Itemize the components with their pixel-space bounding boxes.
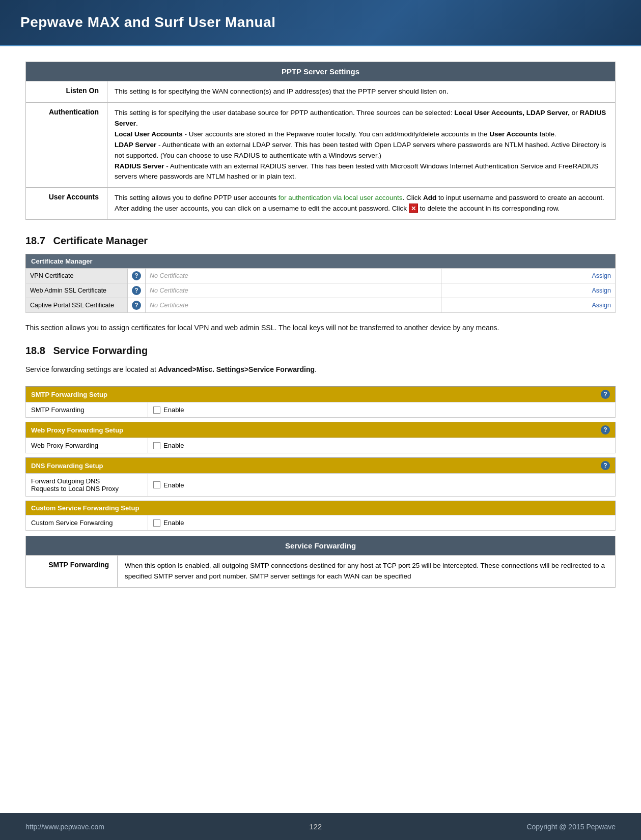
web-proxy-forwarding-table: Web Proxy Forwarding Setup ? Web Proxy F… <box>25 422 616 453</box>
captive-portal-cert-value: No Certificate <box>146 298 441 313</box>
custom-svc-fwd-label: Custom Service Forwarding <box>26 515 148 531</box>
service-fwd-table-header: Service Forwarding <box>26 536 616 556</box>
table-row: Authentication This setting is for speci… <box>26 102 616 187</box>
authentication-content: This setting is for specifying the user … <box>107 102 616 187</box>
smtp-fwd-label: SMTP Forwarding <box>26 402 148 418</box>
web-admin-cert-value: No Certificate <box>146 283 441 298</box>
smtp-fwd-header: SMTP Forwarding Setup <box>31 391 107 398</box>
section-18-8-heading: 18.8 Service Forwarding <box>25 345 616 357</box>
custom-svc-fwd-value: Enable <box>148 515 616 531</box>
dns-fwd-checkbox[interactable] <box>153 481 160 488</box>
smtp-fwd-checkbox[interactable] <box>153 407 160 414</box>
table-row: User Accounts This setting allows you to… <box>26 188 616 220</box>
table-row: Listen On This setting is for specifying… <box>26 81 616 103</box>
delete-icon: ✕ <box>409 204 418 213</box>
captive-portal-cert-assign[interactable]: Assign <box>441 298 616 313</box>
vpn-cert-assign[interactable]: Assign <box>441 269 616 283</box>
smtp-forwarding-table: SMTP Forwarding Setup ? SMTP Forwarding … <box>25 386 616 418</box>
dns-help-icon: ? <box>601 461 610 470</box>
listen-on-content: This setting is for specifying the WAN c… <box>107 81 616 103</box>
section-18-7-heading: 18.7 Certificate Manager <box>25 235 616 247</box>
web-proxy-fwd-value: Enable <box>148 438 616 453</box>
vpn-cert-value: No Certificate <box>146 269 441 283</box>
service-fwd-intro: Service forwarding settings are located … <box>25 364 616 375</box>
web-admin-cert-help-icon: ? <box>128 283 146 298</box>
captive-portal-cert-label: Captive Portal SSL Certificate <box>26 298 128 313</box>
pptp-table-header: PPTP Server Settings <box>26 62 616 81</box>
web-admin-cert-assign[interactable]: Assign <box>441 283 616 298</box>
listen-on-label: Listen On <box>26 81 107 103</box>
certificate-manager-table: Certificate Manager VPN Certificate ? No… <box>25 254 616 313</box>
table-row: SMTP Forwarding Enable <box>26 402 616 418</box>
vpn-cert-assign-link[interactable]: Assign <box>592 272 611 279</box>
dns-fwd-label: Forward Outgoing DNSRequests to Local DN… <box>26 474 148 497</box>
page-header: Pepwave MAX and Surf User Manual <box>0 0 641 46</box>
user-accounts-label: User Accounts <box>26 188 107 220</box>
vpn-cert-help-icon: ? <box>128 269 146 283</box>
table-row: Forward Outgoing DNSRequests to Local DN… <box>26 474 616 497</box>
table-row: Custom Service Forwarding Enable <box>26 515 616 531</box>
custom-svc-fwd-checkbox[interactable] <box>153 519 160 527</box>
footer-page: 122 <box>309 822 322 831</box>
web-admin-ssl-cert-label: Web Admin SSL Certificate <box>26 283 128 298</box>
custom-service-forwarding-table: Custom Service Forwarding Setup Custom S… <box>25 501 616 531</box>
service-forwarding-desc-table: Service Forwarding SMTP Forwarding When … <box>25 536 616 588</box>
cert-body-text: This section allows you to assign certif… <box>25 322 616 333</box>
web-proxy-help-icon: ? <box>601 425 610 435</box>
smtp-fwd-desc-label: SMTP Forwarding <box>26 556 118 588</box>
smtp-help-icon: ? <box>601 390 610 399</box>
table-row: VPN Certificate ? No Certificate Assign <box>26 269 616 283</box>
table-row: SMTP Forwarding When this option is enab… <box>26 556 616 588</box>
web-proxy-fwd-label: Web Proxy Forwarding <box>26 438 148 453</box>
footer-copyright: Copyright @ 2015 Pepwave <box>526 823 616 831</box>
smtp-fwd-value: Enable <box>148 402 616 418</box>
table-row: Web Proxy Forwarding Enable <box>26 438 616 453</box>
dns-fwd-header: DNS Forwarding Setup <box>31 462 103 470</box>
web-proxy-fwd-checkbox[interactable] <box>153 442 160 449</box>
captive-portal-cert-help-icon: ? <box>128 298 146 313</box>
dns-fwd-value: Enable <box>148 474 616 497</box>
green-link-text: for authentication via local user accoun… <box>278 194 403 201</box>
page-title: Pepwave MAX and Surf User Manual <box>20 14 621 31</box>
dns-forwarding-table: DNS Forwarding Setup ? Forward Outgoing … <box>25 457 616 497</box>
pptp-settings-table: PPTP Server Settings Listen On This sett… <box>25 62 616 220</box>
captive-portal-cert-assign-link[interactable]: Assign <box>592 302 611 309</box>
web-proxy-header: Web Proxy Forwarding Setup <box>31 426 123 434</box>
smtp-fwd-desc-content: When this option is enabled, all outgoin… <box>118 556 616 588</box>
page-footer: http://www.pepwave.com 122 Copyright @ 2… <box>0 813 641 840</box>
table-row: Captive Portal SSL Certificate ? No Cert… <box>26 298 616 313</box>
main-content: PPTP Server Settings Listen On This sett… <box>0 46 641 813</box>
authentication-label: Authentication <box>26 102 107 187</box>
cert-table-header: Certificate Manager <box>26 254 616 269</box>
user-accounts-content: This setting allows you to define PPTP u… <box>107 188 616 220</box>
footer-url: http://www.pepwave.com <box>25 823 104 831</box>
web-admin-cert-assign-link[interactable]: Assign <box>592 287 611 294</box>
table-row: Web Admin SSL Certificate ? No Certifica… <box>26 283 616 298</box>
custom-svc-fwd-header: Custom Service Forwarding Setup <box>31 504 139 512</box>
vpn-cert-label: VPN Certificate <box>26 269 128 283</box>
